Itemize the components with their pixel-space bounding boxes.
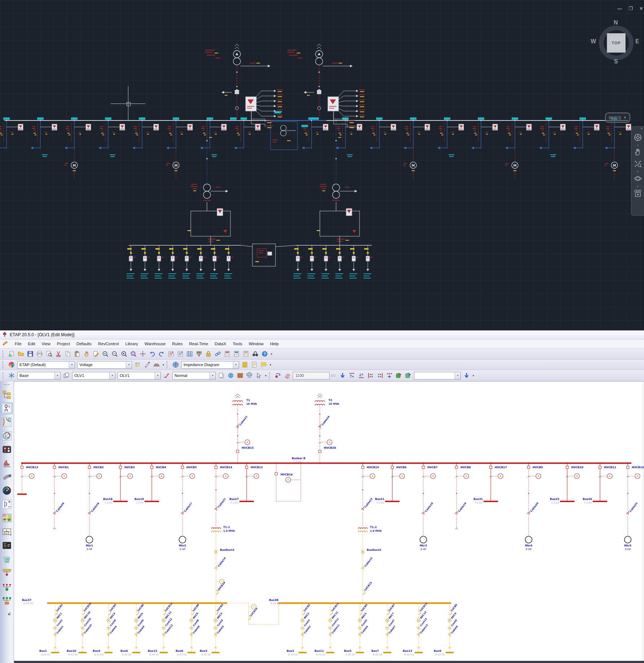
sidebar-item-dc-one-line[interactable] xyxy=(1,499,13,510)
toolbar-overflow-chevron[interactable]: ▾ xyxy=(473,375,474,377)
zoom-window-icon[interactable] xyxy=(129,349,138,359)
zoom-previous-icon[interactable] xyxy=(119,349,129,359)
menu-item-help[interactable]: Help xyxy=(267,341,282,347)
sidebar-item-dashboard[interactable] xyxy=(1,485,13,496)
calculator-red-icon[interactable] xyxy=(222,349,232,359)
lv-feeder-Bus3[interactable]: LVCB3REC3Cont3Cable3Bus30.42 kV xyxy=(200,602,225,656)
status-combo[interactable]: Normal▼ xyxy=(172,372,216,379)
cad-bus-tie[interactable] xyxy=(270,111,308,150)
branch-HVCB3[interactable]: HVCB3ABus187.2 kV xyxy=(103,462,135,505)
insert-rows-icon[interactable] xyxy=(385,371,394,380)
align-bottom-icon[interactable] xyxy=(357,371,366,380)
cad-mcc-feeder[interactable] xyxy=(363,245,372,278)
edit-page-icon[interactable] xyxy=(91,349,101,359)
sidebar-item-recycle-bin[interactable] xyxy=(1,553,13,565)
lv-tie-LVCB16[interactable]: ALVCB16 xyxy=(226,602,279,624)
align-right-icon[interactable] xyxy=(375,371,385,380)
sidebar-item-gis-map[interactable] xyxy=(1,512,13,524)
viewcube-west[interactable]: W xyxy=(591,38,596,45)
etap-titlebar[interactable]: ETAP 20.5.0 - [OLV1 (Edit Mode)] xyxy=(0,330,644,339)
yellow-grid-icon[interactable] xyxy=(240,360,250,369)
branch-HVCB10[interactable]: HVCB10ABus257.2 kV xyxy=(550,462,583,505)
menu-item-warehouse[interactable]: Warehouse xyxy=(141,341,169,347)
viewcube-north[interactable]: N xyxy=(614,19,618,26)
revision-combo[interactable]: OLV1▼ xyxy=(72,372,115,379)
oneline-canvas[interactable]: T116 MVACable22AHVCB15T216 MVACable24AHV… xyxy=(14,381,644,663)
kv-input[interactable] xyxy=(293,372,330,379)
print-preview-icon[interactable] xyxy=(44,349,54,359)
branch-HVCB14[interactable]: HVCB14ACable21T1-11.6 MVABusDuct1Cable14… xyxy=(211,462,235,603)
cad-incomer[interactable] xyxy=(287,44,365,128)
paste-icon[interactable] xyxy=(72,349,82,359)
close-icon[interactable]: ✕ xyxy=(639,6,643,11)
cad-mcc-group[interactable] xyxy=(127,245,241,278)
calculator-orange-icon[interactable] xyxy=(241,349,251,359)
sidebar-item-presentation-tree[interactable] xyxy=(1,567,13,579)
lv-bus-Bus37[interactable]: Bus370.42 kVLVCB1REC1Cont1Cable1Bus10.42… xyxy=(22,598,226,656)
viewcube[interactable]: N S W E TOP xyxy=(595,21,638,65)
globe-blue-icon[interactable] xyxy=(171,360,180,369)
sidebar-item-cable-pulling[interactable] xyxy=(1,471,13,483)
menu-item-defaults[interactable]: Defaults xyxy=(73,341,95,347)
cad-bay[interactable] xyxy=(438,118,464,157)
branch-HVCB4[interactable]: HVCB4ABus197.2 kV xyxy=(134,462,166,505)
cad-mcc-feeder[interactable] xyxy=(224,245,233,278)
cad-bay[interactable] xyxy=(0,118,23,149)
cad-incomer[interactable] xyxy=(205,44,283,128)
cad-mcc-feeder[interactable] xyxy=(197,245,206,278)
theme-green-2-icon[interactable] xyxy=(403,371,413,380)
cad-mcc-group[interactable] xyxy=(294,245,372,278)
lv-feeder-Bus11[interactable]: LVCB11REC11Cont11Cable11Bus110.42 kV xyxy=(314,602,340,656)
branch-HVCB9[interactable]: HVCB9ACable20Mtr40 HP xyxy=(525,462,543,551)
cad-bay[interactable] xyxy=(99,118,125,157)
cad-mcc-feeder[interactable] xyxy=(335,245,344,278)
presentation-combo[interactable]: Impedance Diagram▼ xyxy=(181,361,239,369)
menu-item-real-time[interactable]: Real-Time xyxy=(186,341,212,347)
cad-bay[interactable]: M xyxy=(64,118,91,180)
page-copy-icon[interactable] xyxy=(217,371,226,380)
restore-icon[interactable]: ❐ xyxy=(628,6,633,11)
menu-item-view[interactable]: View xyxy=(38,341,54,347)
lv-feeder-Bus5[interactable]: LVCB5REC5Cont5Cable5Bus50.42 kV xyxy=(344,602,369,656)
help-icon[interactable]: ? xyxy=(260,349,269,359)
cad-drawing[interactable]: MMMMM xyxy=(0,0,644,330)
pan-hand-icon[interactable] xyxy=(82,349,91,359)
layers-icon[interactable] xyxy=(62,371,71,380)
cad-mcc-feeder[interactable] xyxy=(127,245,136,278)
branch-HVCB8[interactable]: HVCB8ACable19 xyxy=(455,462,471,530)
cursor-arrow-icon[interactable] xyxy=(254,371,264,380)
transform-rb-icon[interactable] xyxy=(273,371,283,380)
lv-bus-Bus38[interactable]: Bus380.42 kVLVCB2REC2Cont2Cable2Bus20.42… xyxy=(269,598,459,656)
mode-combo[interactable]: Voltage▼ xyxy=(77,361,132,369)
align-top-icon[interactable] xyxy=(347,371,357,380)
menu-item-file[interactable]: File xyxy=(12,341,25,347)
pen-icon[interactable] xyxy=(142,360,152,369)
cad-bay[interactable]: M xyxy=(166,118,193,180)
report-editor-red-icon[interactable] xyxy=(166,349,176,359)
redo-icon[interactable] xyxy=(157,349,166,359)
arrow-down-blue-icon[interactable] xyxy=(462,371,471,380)
cad-transformer-feeder[interactable] xyxy=(188,120,230,245)
minimize-icon[interactable]: — xyxy=(617,6,622,11)
lv-feeder-Bus6[interactable]: LVCB6REC6Cont6Cable6Bus60.42 kV xyxy=(120,602,145,656)
cad-bay[interactable] xyxy=(370,118,396,149)
cad-mcc-feeder[interactable] xyxy=(294,245,303,278)
menu-item-revcontrol[interactable]: RevControl xyxy=(95,341,122,347)
lv-feeder-Bus8[interactable]: LVCB8REC8Cont8Cable8Bus80.42 kV xyxy=(176,602,200,656)
cad-transformer-feeder[interactable] xyxy=(317,120,360,245)
branch-HVCB19[interactable]: HVCB19ACable23T1-21.6 MVABusDuct2Cable15… xyxy=(358,462,382,603)
new-document-icon[interactable] xyxy=(7,349,16,359)
menu-item-project[interactable]: Project xyxy=(54,341,73,347)
toolbar-overflow-chevron[interactable]: ▾ xyxy=(163,364,164,366)
comment-bubble-icon[interactable] xyxy=(259,360,268,369)
study-case-combo[interactable]: ▼ xyxy=(414,372,461,379)
report-editor-blue-icon[interactable] xyxy=(176,349,185,359)
toolbar-overflow-chevron[interactable]: ▾ xyxy=(271,353,272,355)
sidebar-item-reliability-tree[interactable] xyxy=(1,594,13,606)
sidebar-item-tcc-curves[interactable] xyxy=(1,416,13,428)
sidebar-item-control-system-block[interactable]: 1S+1 xyxy=(1,526,13,537)
palette-icon[interactable] xyxy=(133,360,142,369)
zoom-extents-icon[interactable] xyxy=(634,159,642,170)
cad-bay[interactable] xyxy=(573,118,599,149)
menu-item-rules[interactable]: Rules xyxy=(169,341,186,347)
